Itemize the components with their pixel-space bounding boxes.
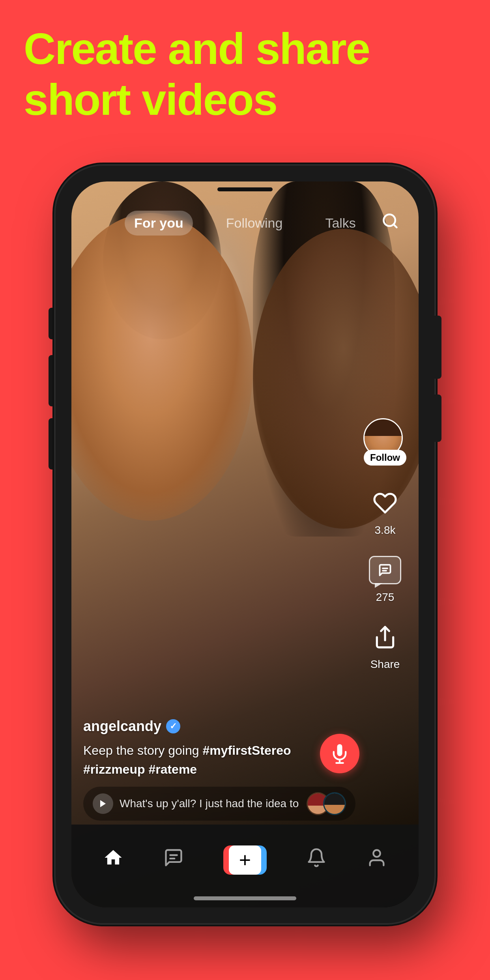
nav-notifications[interactable] bbox=[306, 847, 327, 873]
home-icon bbox=[103, 847, 123, 873]
username[interactable]: angelcandy bbox=[83, 718, 161, 735]
headline-line1: Create and share bbox=[24, 24, 370, 75]
nav-messages[interactable] bbox=[163, 847, 184, 873]
share-icon bbox=[367, 619, 403, 655]
creator-avatar-container[interactable]: Follow bbox=[363, 418, 407, 466]
tab-talks[interactable]: Talks bbox=[316, 211, 365, 236]
right-sidebar: Follow 3.8k bbox=[363, 418, 407, 671]
speaker-notch bbox=[217, 187, 273, 191]
svg-point-10 bbox=[373, 850, 380, 857]
comment-count: 275 bbox=[376, 591, 395, 604]
username-row: angelcandy ✓ bbox=[83, 718, 355, 735]
bottom-navigation: + bbox=[71, 825, 419, 907]
avatar-hair bbox=[365, 419, 402, 436]
tab-for-you[interactable]: For you bbox=[125, 211, 193, 236]
svg-marker-7 bbox=[100, 800, 106, 807]
audio-row[interactable]: What's up y'all? I just had the idea to bbox=[83, 787, 355, 821]
video-caption: Keep the story going #myfirstStereo #riz… bbox=[83, 741, 355, 779]
audio-avatars bbox=[307, 792, 346, 815]
nav-create[interactable]: + bbox=[223, 845, 267, 875]
create-plus-inner: + bbox=[229, 845, 261, 875]
volume-down-button bbox=[49, 355, 56, 406]
share-action[interactable]: Share bbox=[367, 619, 403, 671]
video-info: angelcandy ✓ Keep the story going #myfir… bbox=[83, 718, 355, 821]
search-icon[interactable] bbox=[382, 212, 399, 234]
mute-button bbox=[49, 418, 56, 469]
tab-following[interactable]: Following bbox=[217, 211, 292, 236]
follow-button[interactable]: Follow bbox=[364, 450, 406, 466]
comment-box bbox=[369, 556, 401, 584]
nav-profile[interactable] bbox=[367, 847, 387, 873]
hashtag-3[interactable]: #rateme bbox=[148, 762, 197, 776]
share-label: Share bbox=[370, 658, 400, 671]
comment-action[interactable]: 275 bbox=[367, 552, 403, 604]
create-button[interactable]: + bbox=[223, 845, 267, 875]
phone-screen: For you Following Talks Follow bbox=[71, 181, 419, 907]
verified-badge: ✓ bbox=[166, 719, 180, 733]
phone-mockup: For you Following Talks Follow bbox=[56, 166, 434, 923]
top-navigation: For you Following Talks bbox=[71, 205, 419, 241]
plus-icon: + bbox=[239, 850, 251, 870]
messages-icon bbox=[163, 847, 184, 873]
headline-line2: short videos bbox=[24, 75, 370, 125]
mic-button[interactable] bbox=[320, 734, 359, 773]
like-icon bbox=[367, 485, 403, 521]
play-button[interactable] bbox=[93, 793, 113, 814]
audio-avatar-2 bbox=[323, 792, 346, 815]
hashtag-2[interactable]: #rizzmeup bbox=[83, 762, 145, 776]
like-count: 3.8k bbox=[375, 524, 396, 537]
hashtag-1[interactable]: #myfirstStereo bbox=[202, 743, 291, 757]
notifications-icon bbox=[306, 847, 327, 873]
nav-home[interactable] bbox=[103, 847, 123, 873]
volume-up-button bbox=[49, 308, 56, 339]
like-action[interactable]: 3.8k bbox=[367, 485, 403, 537]
svg-line-1 bbox=[394, 224, 397, 228]
headline: Create and share short videos bbox=[24, 24, 370, 125]
comment-icon bbox=[367, 552, 403, 588]
home-indicator bbox=[194, 896, 296, 900]
profile-icon bbox=[367, 847, 387, 873]
audio-text: What's up y'all? I just had the idea to bbox=[120, 797, 299, 810]
